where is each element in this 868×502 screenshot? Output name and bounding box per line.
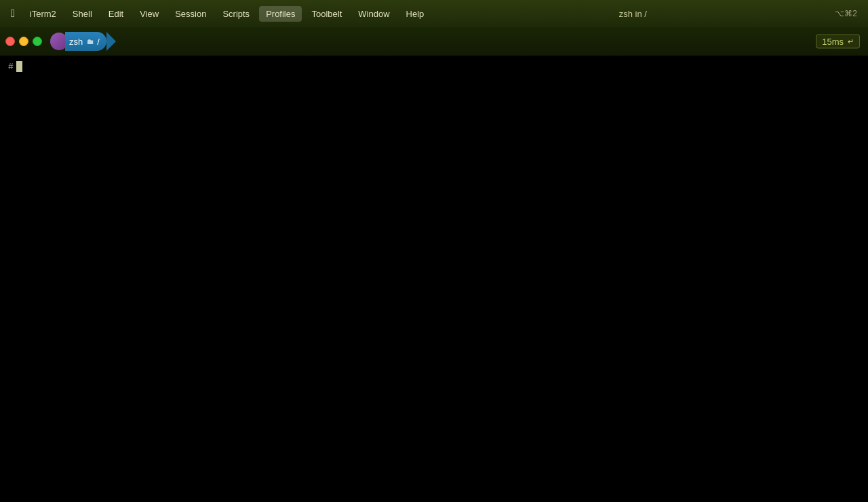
prompt-symbol: #	[8, 62, 14, 72]
tab-chevron	[106, 32, 116, 51]
menubar:  iTerm2 Shell Edit View Session Scripts…	[0, 0, 868, 27]
menu-profiles[interactable]: Profiles	[259, 6, 302, 22]
tabbar: zsh 🖿 / 15ms ↵	[0, 27, 868, 56]
maximize-button[interactable]	[33, 37, 42, 46]
timer-value: 15ms	[822, 37, 844, 47]
tab-folder-icon: 🖿	[87, 37, 94, 45]
window-shortcut: ⌥⌘2	[835, 9, 863, 18]
tab-name: zsh	[69, 37, 83, 47]
menu-session[interactable]: Session	[168, 6, 213, 22]
terminal-area[interactable]: #	[0, 56, 868, 502]
timer-arrow-icon: ↵	[848, 37, 854, 46]
cursor	[16, 61, 22, 72]
minimize-button[interactable]	[19, 37, 28, 46]
menu-view[interactable]: View	[133, 6, 165, 22]
menu-shell[interactable]: Shell	[66, 6, 99, 22]
menu-edit[interactable]: Edit	[102, 6, 130, 22]
tab-zsh[interactable]: zsh 🖿 /	[50, 32, 116, 51]
menu-help[interactable]: Help	[399, 6, 431, 22]
menu-iterm2[interactable]: iTerm2	[23, 6, 63, 22]
window-title: zsh in /	[433, 9, 832, 19]
prompt-line: #	[8, 61, 860, 72]
timer-badge: 15ms ↵	[816, 35, 860, 49]
tab-path: /	[97, 37, 100, 47]
traffic-lights	[5, 37, 42, 46]
apple-menu[interactable]: 	[5, 5, 20, 22]
menu-window[interactable]: Window	[351, 6, 396, 22]
menu-scripts[interactable]: Scripts	[216, 6, 256, 22]
close-button[interactable]	[5, 37, 15, 46]
menu-toolbelt[interactable]: Toolbelt	[304, 6, 349, 22]
tab-body: zsh 🖿 /	[65, 32, 106, 51]
